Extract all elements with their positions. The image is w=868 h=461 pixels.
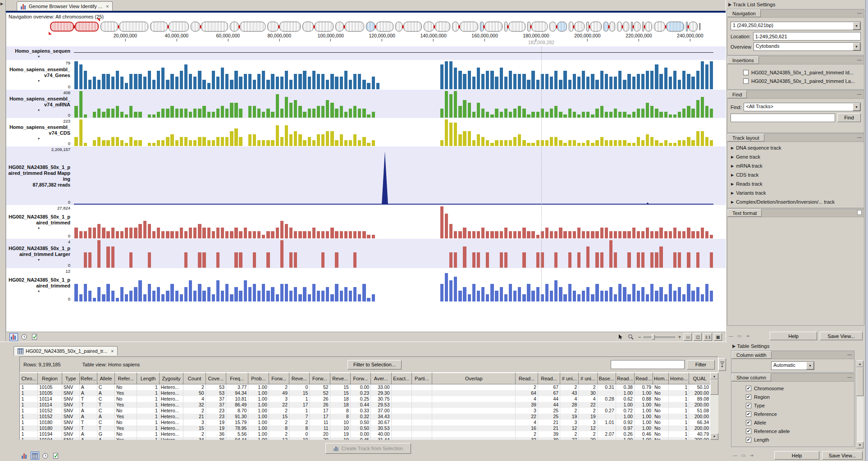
column-header[interactable]: Base... (597, 373, 616, 384)
close-icon[interactable]: × (106, 4, 109, 9)
track-plot[interactable] (74, 90, 713, 118)
track-layout-item[interactable]: ▶Variants track (729, 188, 862, 197)
insertion-track-toggle[interactable]: HG002_NA24385_50x_1_paired_trimmed La... (743, 78, 861, 84)
show-column-toggle[interactable]: ✔Reference allele (746, 429, 852, 434)
text-format-section-header[interactable]: Text format (727, 209, 762, 217)
zoom-in-button[interactable]: + (677, 334, 682, 340)
save-view-button[interactable]: Save View... (820, 332, 863, 340)
minimize-icon[interactable]: — (857, 91, 862, 96)
chromosome-3[interactable] (150, 22, 189, 32)
panel-dock-icons[interactable]: — ▭ ⇥ (729, 333, 750, 338)
close-icon[interactable]: × (111, 348, 114, 354)
find-section-header[interactable]: Find (727, 91, 747, 98)
show-column-toggle[interactable]: ✔Region (746, 394, 852, 400)
selection-handle[interactable] (97, 18, 100, 22)
checkbox-icon[interactable]: ✔ (746, 403, 751, 408)
show-column-toggle[interactable]: ✔Length (746, 437, 852, 443)
column-header[interactable]: Hom... (653, 373, 669, 384)
track-options-arrow-icon[interactable]: ▾ (38, 137, 40, 141)
chromosome-7[interactable] (302, 22, 333, 32)
column-header[interactable]: Type (62, 373, 79, 384)
table-row[interactable]: 110180SNVTCNo1Hetero...31915.791.0022111… (20, 420, 711, 425)
table-row[interactable]: 110114SNVTTYes1Hetero...323786.491.00221… (20, 402, 711, 408)
zoom-out-button[interactable]: − (637, 334, 642, 340)
column-header[interactable]: Parti... (411, 373, 432, 384)
chromosome-6[interactable] (267, 22, 301, 32)
chromosome-select[interactable]: 1 (249,250,621bp) ▼ (731, 22, 861, 30)
tab-genome-browser-view[interactable]: Genome Browser View Identify ... × (17, 1, 113, 11)
document-icon[interactable] (857, 210, 862, 216)
expand-arrow-icon[interactable]: ▶ (731, 191, 734, 195)
panel-collapse-icon[interactable]: |▶ (728, 2, 731, 7)
track-layout-item[interactable]: ▶CDS track (729, 170, 862, 179)
table-row[interactable]: 110105SNVACNo1Hetero...2533.771.00205215… (20, 384, 711, 391)
column-header[interactable]: Aver... (371, 373, 391, 384)
expand-arrow-icon[interactable]: ▶ (731, 164, 734, 168)
column-header[interactable]: Forw... (269, 373, 289, 384)
zoom-tool-button[interactable] (626, 333, 635, 341)
track-plot[interactable] (74, 205, 713, 239)
filter-button[interactable]: Filter (687, 360, 715, 370)
save-view-button[interactable]: Save View... (822, 451, 863, 460)
column-header[interactable]: # uni... (560, 373, 579, 384)
chromosome-19[interactable] (603, 22, 615, 32)
navigation-section-header[interactable]: Navigation (727, 9, 761, 17)
column-header[interactable]: Reve... (330, 373, 350, 384)
column-header[interactable]: Cove... (206, 373, 226, 384)
find-scope-select[interactable]: <All Tracks> ▼ (744, 103, 861, 111)
column-header[interactable]: Exact... (391, 373, 411, 384)
column-header[interactable]: Overlap (432, 373, 516, 384)
column-header[interactable]: Zygosity (159, 373, 183, 384)
chromosome-1[interactable] (50, 22, 99, 32)
chromosome-4[interactable] (191, 22, 228, 32)
overview-select[interactable]: Cytobands ▼ (754, 42, 861, 51)
chromosome-13[interactable] (480, 22, 503, 32)
column-header[interactable]: # uni... (579, 373, 597, 384)
column-header[interactable]: Freq... (226, 373, 248, 384)
show-column-toggle[interactable]: ✔Type (746, 403, 852, 408)
checkbox-icon[interactable] (743, 78, 749, 84)
history-view-button[interactable] (20, 333, 28, 341)
chromosome-9[interactable] (366, 22, 393, 32)
checkbox-icon[interactable]: ✔ (746, 420, 751, 425)
column-header[interactable]: Homo... (669, 373, 689, 384)
zoom-slider[interactable] (644, 334, 675, 340)
chromosome-16[interactable] (549, 22, 567, 32)
scroll-down-icon[interactable]: ▼ (856, 442, 863, 448)
minimize-icon[interactable]: — (857, 135, 862, 140)
show-column-section-header[interactable]: Show column (731, 374, 771, 381)
zoom-100-button[interactable]: 1:1 (704, 333, 712, 341)
column-header[interactable]: Count (183, 373, 206, 384)
chromosome-5[interactable] (230, 22, 265, 32)
expand-arrow-icon[interactable]: ▶ (731, 182, 734, 186)
chromosome-22[interactable] (642, 22, 652, 32)
show-column-toggle[interactable]: ✔Chromosome (746, 386, 852, 391)
checkbox-icon[interactable]: ✔ (746, 386, 751, 391)
chromosome-20[interactable] (617, 22, 629, 32)
scroll-up-icon[interactable]: ▲ (856, 361, 863, 367)
column-width-select[interactable]: Automatic ▼ (771, 361, 814, 370)
table-vertical-scrollbar[interactable]: ▲ ▼ (710, 373, 718, 440)
find-button[interactable]: Find (837, 113, 861, 122)
panel-dock-icons[interactable]: — ▭ ⇥ (733, 453, 754, 458)
scroll-up-icon[interactable]: ▲ (710, 373, 718, 379)
track-options-arrow-icon[interactable]: ▾ (38, 79, 40, 83)
tab-variant-table[interactable]: HG002_NA24385_50x_1_paired_tr... × (14, 346, 118, 356)
column-header[interactable]: Allele (97, 373, 114, 384)
column-header[interactable]: Forw... (350, 373, 370, 384)
expand-arrow-icon[interactable]: ▶ (731, 200, 734, 204)
chevron-down-icon[interactable]: ▼ (853, 103, 860, 111)
chromosome-2[interactable] (101, 22, 148, 32)
minimize-icon[interactable]: — (847, 352, 852, 357)
chromosome-10[interactable] (395, 22, 422, 32)
scrollbar-thumb[interactable] (856, 367, 863, 396)
filter-to-selection-button[interactable]: Filter to Selection... (347, 360, 402, 370)
minimize-icon[interactable]: — (857, 10, 862, 15)
chromosome-17[interactable] (569, 22, 585, 32)
chevron-down-icon[interactable]: ▼ (806, 362, 814, 370)
column-header[interactable]: Refer... (114, 373, 137, 384)
chromosome-14[interactable] (504, 22, 525, 32)
track-plot[interactable] (74, 268, 713, 302)
chromosome-8[interactable] (335, 22, 364, 32)
track-options-arrow-icon[interactable]: ▾ (38, 108, 40, 112)
